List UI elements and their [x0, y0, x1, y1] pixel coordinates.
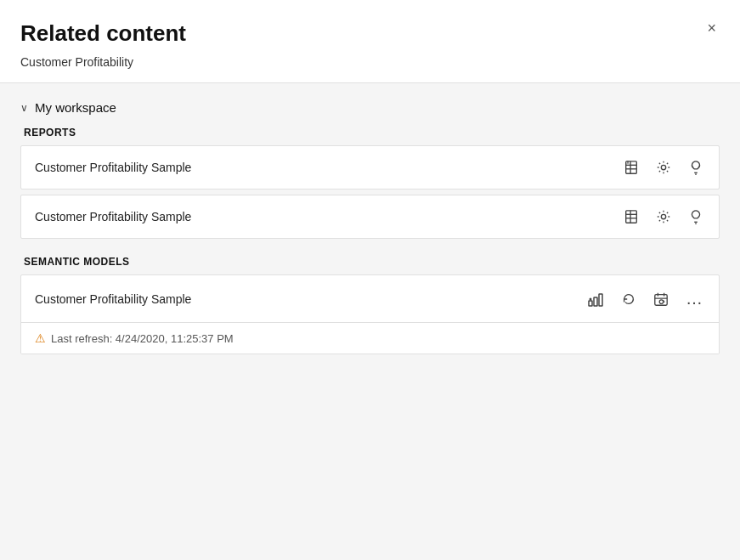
report-item-2-actions	[622, 207, 705, 226]
svg-point-18	[590, 297, 592, 300]
reports-section-label: REPORTS	[20, 127, 720, 139]
report-item-1-insights-icon[interactable]	[686, 158, 705, 177]
warning-icon: ⚠	[35, 331, 46, 345]
report-item-1-settings-icon[interactable]	[654, 158, 673, 177]
semantic-model-item-1-name: Customer Profitability Sample	[35, 292, 191, 306]
semantic-models-section-label: SEMANTIC MODELS	[20, 256, 720, 268]
refresh-info-text: Last refresh: 4/24/2020, 11:25:37 PM	[51, 332, 234, 345]
report-item-1: Customer Profitability Sample X	[20, 145, 720, 189]
report-item-2: Customer Profitability Sample	[20, 195, 720, 239]
semantic-models-group: SEMANTIC MODELS Customer Profitability S…	[20, 256, 720, 354]
panel-title: Related content	[20, 20, 720, 47]
report-item-2-insights-icon[interactable]	[686, 207, 705, 226]
svg-rect-15	[589, 301, 592, 306]
workspace-chevron-icon: ∨	[20, 102, 28, 114]
semantic-model-refresh-icon[interactable]	[619, 290, 638, 308]
related-content-panel: Related content Customer Profitability ×…	[0, 0, 740, 560]
report-item-2-excel-icon[interactable]	[622, 207, 641, 226]
workspace-section: ∨ My workspace REPORTS Customer Profitab…	[20, 100, 720, 354]
svg-rect-8	[626, 211, 637, 223]
semantic-model-item-1-actions: …	[585, 287, 705, 310]
svg-rect-17	[599, 294, 602, 306]
svg-point-5	[661, 165, 665, 169]
semantic-model-item-1: Customer Profitability Sample	[21, 275, 719, 323]
svg-rect-16	[594, 297, 597, 306]
panel-header: Related content Customer Profitability ×	[0, 0, 740, 83]
semantic-model-schedule-icon[interactable]	[652, 290, 670, 308]
refresh-info-row: ⚠ Last refresh: 4/24/2020, 11:25:37 PM	[21, 323, 719, 354]
workspace-header[interactable]: ∨ My workspace	[20, 100, 720, 115]
panel-subtitle: Customer Profitability	[20, 55, 720, 69]
svg-text:X: X	[627, 161, 630, 166]
semantic-model-analyze-icon[interactable]	[585, 289, 606, 309]
report-item-1-excel-icon[interactable]: X	[622, 158, 641, 177]
report-item-1-actions: X	[622, 158, 705, 177]
report-item-1-name: Customer Profitability Sample	[35, 161, 191, 174]
workspace-name: My workspace	[35, 100, 116, 115]
semantic-model-more-icon[interactable]: …	[684, 287, 705, 310]
reports-group: REPORTS Customer Profitability Sample X	[20, 127, 720, 239]
report-item-2-name: Customer Profitability Sample	[35, 210, 191, 223]
panel-body: ∨ My workspace REPORTS Customer Profitab…	[0, 83, 740, 560]
svg-point-12	[661, 214, 665, 218]
close-button[interactable]: ×	[700, 17, 723, 39]
report-item-2-settings-icon[interactable]	[654, 207, 673, 226]
semantic-model-wrapper: Customer Profitability Sample	[20, 274, 720, 354]
